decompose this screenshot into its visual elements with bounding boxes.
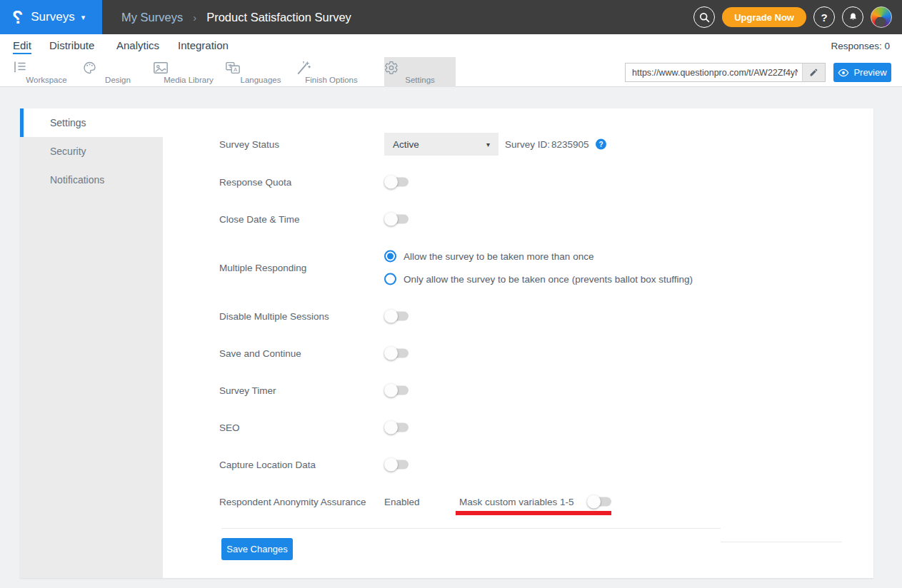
anonymity-status-text: Enabled	[384, 497, 420, 507]
capture-location-data-label: Capture Location Data	[219, 460, 316, 470]
sidebar-item-notifications[interactable]: Notifications	[20, 166, 163, 194]
section-nav: Edit Distribute Analytics Integration Re…	[0, 34, 902, 57]
multiple-responding-label: Multiple Responding	[219, 263, 306, 273]
respondent-anonymity-label: Respondent Anonymity Assurance	[219, 497, 366, 507]
sidebar-item-settings[interactable]: Settings	[20, 108, 163, 137]
toolbar-item-workspace[interactable]: Workspace	[11, 57, 82, 87]
save-changes-button[interactable]: Save Changes	[221, 538, 293, 560]
upgrade-now-button[interactable]: Upgrade Now	[722, 7, 806, 27]
edit-url-button[interactable]	[802, 64, 825, 81]
save-and-continue-toggle[interactable]	[384, 349, 410, 358]
preview-button[interactable]: Preview	[833, 63, 891, 82]
survey-timer-toggle[interactable]	[384, 386, 410, 395]
tab-edit[interactable]: Edit	[13, 39, 31, 54]
tab-distribute[interactable]: Distribute	[49, 39, 94, 51]
save-and-continue-label: Save and Continue	[219, 348, 301, 359]
seo-toggle[interactable]	[384, 423, 410, 432]
bell-icon	[848, 11, 858, 23]
disable-multiple-sessions-toggle[interactable]	[384, 312, 410, 321]
mask-custom-variables-label: Mask custom variables 1-5	[459, 497, 574, 507]
survey-status-label: Survey Status	[219, 139, 279, 150]
gear-icon	[384, 61, 456, 75]
search-icon	[698, 11, 711, 24]
capture-location-data-toggle[interactable]	[384, 460, 410, 470]
breadcrumb-separator: ›	[193, 11, 196, 24]
breadcrumb: My Surveys › Product Satisfaction Survey	[121, 0, 351, 34]
toolbar-item-finish-options[interactable]: Finish Options	[296, 57, 367, 87]
translate-icon: A	[225, 61, 296, 75]
notifications-button[interactable]	[842, 6, 863, 28]
toolbar-item-media-library[interactable]: Media Library	[153, 57, 224, 87]
survey-url-input[interactable]	[626, 64, 802, 81]
response-quota-toggle[interactable]	[384, 178, 410, 187]
breadcrumb-my-surveys-link[interactable]: My Surveys	[121, 11, 183, 24]
eye-icon	[838, 69, 849, 77]
survey-id-help-icon[interactable]: ?	[596, 139, 606, 150]
seo-label: SEO	[219, 422, 240, 433]
radio-selected-icon	[384, 250, 396, 263]
settings-panel: Settings Security Notifications Survey S…	[20, 108, 873, 578]
survey-status-dropdown[interactable]: Active ▾	[384, 133, 498, 156]
tab-analytics[interactable]: Analytics	[116, 39, 159, 51]
top-header: ? Surveys ▾ My Surveys › Product Satisfa…	[0, 0, 902, 34]
survey-timer-label: Survey Timer	[219, 385, 276, 396]
questionpro-logo-icon: ?	[12, 9, 23, 26]
radio-unselected-icon	[384, 273, 396, 285]
mask-custom-variables-toggle[interactable]	[587, 497, 613, 507]
edit-toolbar: Workspace Design Media Library A Languag…	[0, 57, 902, 87]
toolbar-item-design[interactable]: Design	[82, 57, 154, 87]
help-button[interactable]: ?	[813, 6, 835, 28]
search-button[interactable]	[693, 6, 715, 28]
svg-text:A: A	[234, 66, 238, 73]
workspace-icon	[11, 61, 82, 75]
survey-url-field	[625, 63, 826, 82]
close-date-time-label: Close Date & Time	[219, 214, 300, 225]
pencil-icon	[809, 68, 818, 77]
responses-count: Responses: 0	[831, 41, 890, 51]
settings-sidebar: Settings Security Notifications	[20, 108, 163, 578]
magic-wand-icon	[296, 61, 367, 75]
app-switcher-label: Surveys	[31, 10, 74, 24]
red-highlight-underline	[456, 511, 611, 515]
user-avatar[interactable]	[871, 6, 892, 28]
tab-integration[interactable]: Integration	[178, 39, 229, 51]
radio-allow-once[interactable]: Only allow the survey to be taken once (…	[384, 273, 693, 285]
question-mark-icon: ?	[821, 11, 827, 24]
footer-divider	[221, 528, 721, 529]
app-switcher-button[interactable]: ? Surveys ▾	[0, 0, 102, 34]
disable-multiple-sessions-label: Disable Multiple Sessions	[219, 311, 329, 322]
page-title: Product Satisfaction Survey	[206, 11, 351, 24]
survey-status-value: Active	[393, 139, 486, 150]
toolbar-item-settings[interactable]: Settings	[384, 57, 456, 87]
palette-icon	[82, 61, 154, 75]
response-quota-label: Response Quota	[219, 177, 291, 188]
chevron-down-icon: ▾	[486, 141, 490, 148]
toolbar-item-languages[interactable]: A Languages	[225, 57, 296, 87]
survey-id-value: 8235905	[551, 139, 589, 150]
chevron-down-icon: ▾	[81, 13, 86, 22]
footer-divider-segment	[721, 542, 842, 542]
image-icon	[153, 61, 224, 75]
survey-id-label: Survey ID:	[505, 139, 550, 150]
radio-allow-multiple[interactable]: Allow the survey to be taken more than o…	[384, 250, 593, 263]
close-date-time-toggle[interactable]	[384, 215, 410, 224]
sidebar-item-security[interactable]: Security	[20, 137, 163, 166]
header-actions: Upgrade Now ?	[693, 0, 892, 34]
